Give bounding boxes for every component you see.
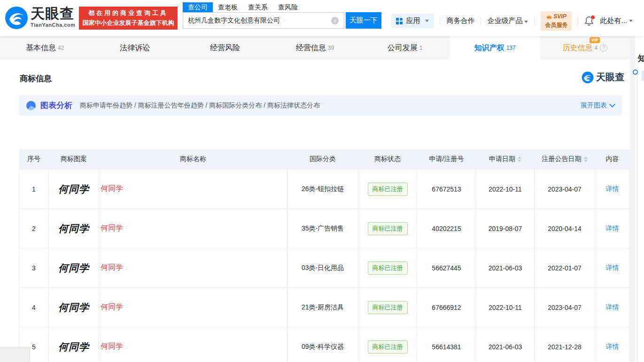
header-name: 商标名称 [99,149,287,169]
user-menu[interactable]: 此处有... [600,16,633,25]
tab-count: 42 [58,45,64,51]
chart-analysis-items: 商标申请年份趋势 / 商标注册公告年份趋势 / 商标国际分类分布 / 商标法律状… [80,101,320,110]
tab-count: 4 [594,45,597,51]
question-icon[interactable] [600,44,607,52]
search-tab-relation[interactable]: 查关系 [243,2,273,13]
row-index: 3 [19,248,49,288]
detail-link[interactable]: 详情 [606,264,619,271]
trademark-image[interactable]: 何同学 [58,302,89,313]
status-badge: 商标已注册 [368,340,408,354]
header-content: 内容 [595,149,630,169]
anchor-highlight [642,71,644,81]
tianyancha-logo-icon [5,6,28,30]
reg-no-cell: 40202215 [417,209,476,248]
reg-no-cell: 67672513 [417,169,476,209]
search-type-tabs: 查公司 查老板 查关系 查风险 [183,2,303,13]
intl-class-cell: 26类-钮扣拉链 [287,169,358,209]
detail-link[interactable]: 详情 [606,185,619,193]
table-row: 3 何同学 何同学 03类-日化用品 商标已注册 56627445 2021-0… [19,248,630,288]
row-index: 1 [19,169,49,209]
table-row: 4 何同学 何同学 21类-厨房洁具 商标已注册 67666912 2022-1… [19,288,630,327]
tianyancha-logo-icon [582,71,594,84]
status-badge: 商标已注册 [368,301,408,314]
divider [440,17,440,25]
clear-icon[interactable] [331,17,339,24]
tab-basic-info[interactable]: 基本信息42 [0,36,90,60]
chart-analysis-label: 图表分析 [40,100,72,111]
company-section-tabs: 基本信息42 法律诉讼 经营风险 经营信息39 公司发展1 知识产权137 历史… [0,36,630,60]
enterprise-product-link[interactable]: 企业级产品 [487,16,528,25]
table-header: 序号 商标图案 商标名称 国际分类 商标状态 申请/注册号 申请日期 注册公告日… [19,149,630,169]
user-name: 此处有... [600,16,627,25]
trademark-image[interactable]: 何同学 [58,184,89,194]
intl-class-cell: 35类-广告销售 [287,209,358,248]
tab-company-development[interactable]: 公司发展1 [360,36,450,60]
divider [534,17,535,25]
status-badge: 商标已注册 [368,222,408,235]
header-intl-class: 国际分类 [287,149,358,169]
tab-history-info[interactable]: 历史信息VIP 4 [540,36,630,60]
status-badge: 商标已注册 [368,183,408,196]
anchor-dot-icon[interactable] [633,69,638,75]
apply-date-cell: 2021-06-03 [476,327,535,362]
detail-link[interactable]: 详情 [606,343,619,350]
anchor-nav-label[interactable]: 知 [638,53,644,64]
divider [578,17,578,25]
trademark-table-body: 1 何同学 何同学 26类-钮扣拉链 商标已注册 67672513 2022-1… [19,169,630,362]
table-row: 1 何同学 何同学 26类-钮扣拉链 商标已注册 67672513 2022-1… [19,169,630,209]
tab-count: 1 [419,45,423,51]
trademark-image[interactable]: 何同学 [58,341,89,352]
browser-status-bubble [0,347,30,362]
divider [481,17,481,25]
apply-date-cell: 2022-10-11 [476,288,535,327]
header-publish-date[interactable]: 注册公告日期 [535,149,595,169]
header-image: 商标图案 [49,149,99,169]
publish-date-cell: 2023-04-07 [535,169,595,209]
slogan-line1: 都在用的商业查询工具 [88,8,168,18]
intl-class-cell: 09类-科学仪器 [287,327,358,362]
trademark-name: 何同学 [101,263,123,271]
slogan-banner: 都在用的商业查询工具 国家中小企业发展子基金旗下机构 [79,7,178,30]
sort-icon[interactable] [584,156,588,162]
search-tab-company[interactable]: 查公司 [183,2,213,13]
company-search-input[interactable] [183,12,344,29]
notification-bell[interactable] [584,16,594,26]
section-title: 商标信息 [20,73,52,84]
biz-cooperation-link[interactable]: 商务合作 [446,16,474,25]
trademark-image[interactable]: 何同学 [58,223,89,234]
publish-date-cell: 2022-01-07 [535,248,595,288]
chart-analysis-banner: 图表分析 商标申请年份趋势 / 商标注册公告年份趋势 / 商标国际分类分布 / … [19,95,622,116]
brand-name: 天眼查 [31,6,75,21]
expand-charts-link[interactable]: 展开图表 [581,101,614,110]
detail-link[interactable]: 详情 [606,224,619,232]
trademark-name: 何同学 [101,303,123,311]
tab-legal-litigation[interactable]: 法律诉讼 [90,36,180,60]
apps-menu[interactable]: 应用 [391,14,434,28]
reg-no-cell: 56614381 [417,327,476,362]
search-tab-boss[interactable]: 查老板 [213,2,243,13]
search-button[interactable]: 天眼一下 [346,12,381,29]
page: 天眼查 TianYanCha.com 都在用的商业查询工具 国家中小企业发展子基… [0,0,644,362]
apply-date-cell: 2021-06-03 [476,248,535,288]
detail-link[interactable]: 详情 [606,303,619,311]
svip-member-button[interactable]: SVIP 会员服务 [541,11,572,31]
trademark-image[interactable]: 何同学 [58,262,89,273]
tab-operation-risk[interactable]: 经营风险 [180,36,270,60]
trademark-name: 何同学 [101,224,123,232]
reg-no-cell: 56627445 [417,248,476,288]
trademark-name: 何同学 [101,185,123,193]
tab-intellectual-property[interactable]: 知识产权137 [450,36,540,60]
tianyancha-logo[interactable]: 天眼查 TianYanCha.com [5,6,75,30]
tab-operation-info[interactable]: 经营信息39 [270,36,360,60]
header-reg-no: 申请/注册号 [417,149,476,169]
intl-class-cell: 03类-日化用品 [287,248,358,288]
pie-chart-icon [26,101,36,110]
top-bar: 天眼查 TianYanCha.com 都在用的商业查询工具 国家中小企业发展子基… [0,0,644,36]
top-bar-right: 应用 商务合作 企业级产品 SVIP 会员服务 [391,11,633,31]
search-tab-risk[interactable]: 查风险 [273,2,303,13]
header-apply-date[interactable]: 申请日期 [476,149,535,169]
anchor-rail-line [637,66,637,362]
apps-grid-icon [396,18,403,24]
sort-icon[interactable] [518,156,521,162]
table-row: 5 何同学 何同学 09类-科学仪器 商标已注册 56614381 2021-0… [19,327,630,362]
